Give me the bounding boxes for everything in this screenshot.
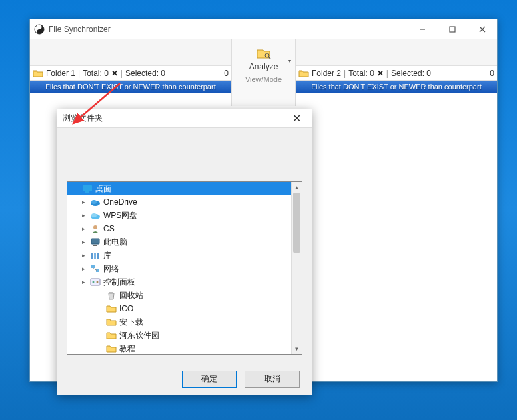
ok-button[interactable]: 确定 [182, 371, 237, 388]
titlebar: File Synchronizer [30, 19, 497, 39]
tree-item[interactable]: ▸网络 [67, 262, 291, 275]
center-analyze-block: Analyze ▾ View/Mode [231, 39, 296, 106]
separator: | [121, 69, 123, 78]
tree-item-label: 此电脑 [103, 237, 127, 248]
panel1-folder-label: Folder 1 [46, 69, 75, 78]
tree-item-label: 安下载 [119, 317, 143, 328]
dialog-title: 浏览文件夹 [63, 113, 286, 124]
folder-icon[interactable] [33, 69, 43, 78]
expander-icon[interactable]: ▸ [79, 239, 87, 245]
scroll-down-icon[interactable]: ▼ [292, 343, 302, 354]
svg-rect-12 [85, 191, 89, 193]
svg-point-14 [91, 200, 97, 204]
panel2-header: Folder 2 | Total: 0 ✕ | Selected: 0 0 [296, 66, 497, 81]
svg-point-17 [93, 225, 97, 229]
panel-folder1: Folder 1 | Total: 0 ✕ | Selected: 0 0 Fi… [30, 66, 231, 106]
folder-tree[interactable]: 桌面▸OneDrive▸WPS网盘▸CS▸此电脑▸库▸网络▸控制面板回收站ICO… [67, 181, 302, 355]
desktop-icon [82, 184, 93, 193]
cancel-button[interactable]: 取消 [245, 371, 300, 388]
dialog-titlebar: 浏览文件夹 ✕ [57, 109, 312, 128]
expander-icon[interactable]: ▸ [79, 279, 87, 285]
svg-rect-18 [91, 239, 99, 244]
tree-item[interactable]: 教程 [67, 342, 291, 354]
app-icon [34, 24, 45, 35]
onedrive-icon [90, 197, 101, 207]
maximize-button[interactable] [437, 20, 467, 39]
expander-icon[interactable]: ▸ [79, 199, 87, 205]
tree-item-label: 回收站 [119, 290, 143, 301]
svg-rect-22 [97, 253, 99, 259]
svg-rect-23 [91, 265, 95, 268]
panel1-total: Total: 0 [83, 69, 109, 78]
tree-item-label: ICO [119, 304, 133, 313]
svg-rect-19 [93, 245, 97, 246]
scroll-thumb[interactable] [293, 193, 300, 253]
panel1-clear-icon[interactable]: ✕ [111, 69, 118, 78]
svg-rect-11 [83, 185, 92, 191]
svg-point-2 [39, 31, 40, 32]
panel2-total: Total: 0 [348, 69, 374, 78]
panel1-selected: Selected: 0 [125, 69, 165, 78]
tree-item[interactable]: ▸OneDrive [67, 195, 291, 209]
svg-rect-24 [96, 269, 99, 272]
tree-item[interactable]: ▸此电脑 [67, 235, 291, 249]
panel1-banner: Files that DON'T EXIST or NEWER than cou… [30, 81, 231, 93]
tree-item[interactable]: 安下载 [67, 315, 291, 329]
folder-icon[interactable] [298, 69, 309, 78]
svg-rect-4 [450, 27, 455, 32]
svg-rect-29 [109, 292, 113, 293]
expander-icon[interactable]: ▸ [79, 252, 87, 259]
svg-rect-21 [94, 253, 96, 259]
library-icon [90, 251, 101, 260]
close-button[interactable] [467, 20, 497, 39]
separator: | [78, 69, 80, 78]
tree-item[interactable]: 河东软件园 [67, 329, 291, 342]
analyze-icon [256, 47, 271, 59]
folder-icon [106, 344, 117, 353]
scroll-up-icon[interactable]: ▲ [292, 182, 302, 193]
tree-item-label: CS [103, 224, 115, 233]
svg-point-27 [93, 281, 95, 283]
svg-line-8 [268, 57, 270, 59]
svg-point-28 [97, 281, 99, 283]
analyze-button[interactable]: Analyze [232, 39, 295, 71]
tree-item[interactable]: 桌面 [67, 182, 291, 195]
folder-icon [106, 317, 117, 327]
svg-rect-20 [91, 253, 93, 259]
analyze-label: Analyze [249, 62, 278, 71]
panel2-clear-icon[interactable]: ✕ [377, 69, 384, 78]
window-controls [407, 20, 497, 39]
panel2-folder-label: Folder 2 [312, 69, 341, 78]
minimize-button[interactable] [407, 20, 437, 39]
tree-item[interactable]: ICO [67, 302, 291, 315]
tree-item-label: WPS网盘 [103, 210, 137, 221]
viewmode-button[interactable]: View/Mode [245, 75, 282, 83]
tree-item-label: 控制面板 [103, 277, 135, 288]
panels-row: Folder 1 | Total: 0 ✕ | Selected: 0 0 Fi… [30, 66, 497, 106]
tree-item[interactable]: ▸库 [67, 249, 291, 262]
folder-icon [106, 304, 117, 313]
dialog-body: 桌面▸OneDrive▸WPS网盘▸CS▸此电脑▸库▸网络▸控制面板回收站ICO… [57, 128, 312, 363]
browse-folder-dialog: 浏览文件夹 ✕ 桌面▸OneDrive▸WPS网盘▸CS▸此电脑▸库▸网络▸控制… [57, 109, 312, 395]
tree-item-label: 库 [103, 250, 111, 261]
separator: | [344, 69, 346, 78]
expander-icon[interactable]: ▸ [79, 265, 87, 272]
tree-scrollbar[interactable]: ▲ ▼ [291, 182, 302, 354]
recycle-icon [106, 291, 117, 300]
tree-item[interactable]: ▸CS [67, 222, 291, 235]
panel2-selected: Selected: 0 [391, 69, 431, 78]
panel1-header: Folder 1 | Total: 0 ✕ | Selected: 0 0 [30, 66, 231, 81]
tree-item-label: 桌面 [95, 183, 111, 195]
panel-folder2: Folder 2 | Total: 0 ✕ | Selected: 0 0 Fi… [296, 66, 497, 106]
expander-icon[interactable]: ▸ [79, 225, 87, 232]
analyze-dropdown-icon[interactable]: ▾ [288, 58, 291, 64]
dialog-close-button[interactable]: ✕ [286, 112, 306, 125]
tree-item[interactable]: ▸控制面板 [67, 275, 291, 289]
tree-item[interactable]: ▸WPS网盘 [67, 209, 291, 222]
svg-point-16 [91, 213, 97, 217]
expander-icon[interactable]: ▸ [79, 212, 87, 219]
svg-rect-26 [91, 279, 100, 285]
network-icon [90, 264, 101, 273]
tree-item[interactable]: 回收站 [67, 289, 291, 302]
tree-item-label: 网络 [103, 263, 119, 275]
